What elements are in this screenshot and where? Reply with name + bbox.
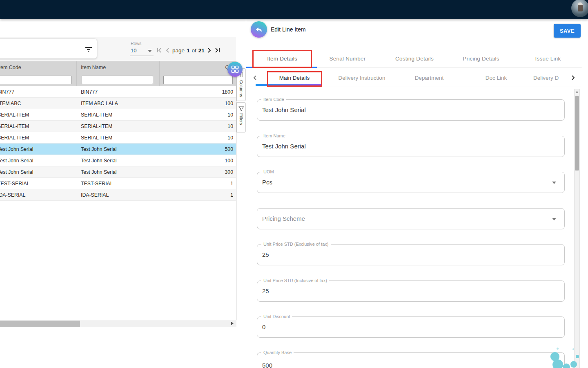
cell-item-code: Test John Serial [0,146,33,152]
table-row[interactable]: SERIAL-ITEM SERIAL-ITEM 10 [0,109,236,121]
field-value: 500 [262,362,272,368]
subtab-department[interactable]: Department [396,68,462,87]
vertical-scrollbar-thumb[interactable] [575,96,579,171]
of-word: of [192,47,196,54]
page-current: 1 [187,47,190,54]
save-button[interactable]: SAVE [554,24,581,38]
active-tab-indicator [246,67,317,68]
subtab-delivery-date[interactable]: Delivery D [533,68,569,87]
field-placeholder: Pricing Scheme [262,215,305,222]
pricing-scheme-select[interactable]: Pricing Scheme [257,208,565,229]
search-input[interactable] [2,40,75,57]
tab-costing-details[interactable]: Costing Details [382,49,447,68]
reply-arrow-icon [255,25,263,34]
scroll-right-arrow-icon[interactable] [231,321,236,326]
tab-pricing-details[interactable]: Pricing Details [448,49,514,68]
top-navigation-bar [0,0,588,19]
cell-qty: 100 [225,101,233,106]
cell-item-name: TEST-SERIAL [81,181,113,186]
scroll-up-arrow-icon[interactable] [575,91,579,93]
table-row[interactable]: IDA-SERIAL IDA-SERIAL 1 [0,189,236,201]
cell-item-code: BIN777 [0,89,14,95]
tab-issue-link[interactable]: Issue Link [515,49,581,68]
column-divider [76,61,77,86]
filter-input-qty[interactable] [163,76,233,84]
prev-page-icon[interactable] [165,47,169,53]
tab-item-details[interactable]: Item Details [249,49,315,68]
cell-qty: 1800 [222,89,233,95]
main-tab-bar: Item Details Serial Number Costing Detai… [246,49,582,68]
column-header-item-code[interactable]: Item Code [0,65,21,70]
unit-price-inclusive-field[interactable]: Unit Price STD (Inclusive of tax) 25 [257,280,565,302]
quantity-base-field[interactable]: Quantity Base 500 [257,352,565,368]
horizontal-scrollbar-thumb[interactable] [0,321,80,327]
cell-item-code: IDA-SERIAL [0,192,25,198]
cell-item-name: SERIAL-ITEM [81,135,112,141]
table-row[interactable]: TEST-SERIAL TEST-SERIAL 1 [0,178,236,189]
column-header-item-name[interactable]: Item Name [81,65,106,70]
table-row[interactable]: SERIAL-ITEM SERIAL-ITEM 10 [0,121,236,132]
cell-item-name: SERIAL-ITEM [81,123,112,129]
rows-per-page-select[interactable]: 10 [130,46,154,56]
field-label: Unit Discount [261,314,292,319]
table-row[interactable]: ITEM ABC ITEM ABC LALA 100 [0,98,236,109]
line-items-table-panel: Rows 10 page 1 of 21 It [0,19,236,368]
subtabs-scroll-right-icon[interactable] [570,74,576,81]
table-search-card [0,39,97,58]
field-label: Item Code [261,97,286,102]
field-label: Item Name [261,133,287,138]
table-row-selected[interactable]: Test John Serial Test John Serial 500 [0,144,236,155]
last-page-icon[interactable] [214,47,220,53]
sidebar-tab-filters[interactable]: Filters [236,102,246,132]
cell-item-name: IDA-SERIAL [81,192,109,198]
subtab-delivery-instruction[interactable]: Delivery Instruction [325,68,399,87]
cell-item-code: SERIAL-ITEM [0,123,29,129]
field-value: 25 [262,251,269,258]
subtabs-scroll-left-icon[interactable] [252,74,258,81]
caret-down-icon [148,50,152,52]
horizontal-scrollbar[interactable] [0,320,236,327]
next-page-icon[interactable] [207,47,212,53]
filters-tab-label: Filters [239,113,244,125]
cell-item-code: SERIAL-ITEM [0,135,29,141]
back-button[interactable] [251,21,267,38]
page-word: page [172,47,185,54]
table-filter-row [0,74,236,86]
item-code-field[interactable]: Item Code Test John Serial [257,99,565,121]
tab-serial-number[interactable]: Serial Number [315,49,380,68]
columns-tab-label: Columns [239,80,244,97]
subtab-doc-link[interactable]: Doc Link [463,68,529,87]
table-right-border [236,61,236,327]
field-value: 25 [262,287,269,294]
table-row[interactable]: SERIAL-ITEM SERIAL-ITEM 10 [0,132,236,144]
field-label: Unit Price STD (Exclusive of tax) [261,242,331,247]
cell-item-name: Test John Serial [81,146,117,152]
cell-item-code: Test John Serial [0,158,33,164]
table-row[interactable]: Test John Serial Test John Serial 100 [0,155,236,166]
filter-input-item-name[interactable] [82,76,153,84]
caret-down-icon [552,218,556,220]
page-total: 21 [198,47,205,54]
uom-select[interactable]: UOM Pcs [257,172,565,193]
vertical-scrollbar[interactable] [574,89,580,368]
cell-qty: 10 [227,135,233,141]
table-row[interactable]: Test John Serial Test John Serial 300 [0,166,236,178]
cell-qty: 300 [225,169,233,175]
field-label: Quantity Base [261,350,294,355]
item-name-field[interactable]: Item Name Test John Serial [257,136,565,157]
first-page-icon[interactable] [156,47,163,53]
page-title: Edit Line Item [271,26,306,33]
unit-price-exclusive-field[interactable]: Unit Price STD (Exclusive of tax) 25 [257,244,565,265]
cell-qty: 10 [227,123,233,129]
column-divider [159,61,160,86]
table-body: BIN777 BIN777 1800 ITEM ABC ITEM ABC LAL… [0,86,236,201]
cell-qty: 1 [230,192,233,198]
user-avatar[interactable] [571,0,588,17]
table-row[interactable]: BIN777 BIN777 1800 [0,86,236,98]
field-value: Pcs [262,179,272,186]
filter-input-item-code[interactable] [0,76,71,84]
filter-list-icon[interactable] [84,44,94,54]
unit-discount-field[interactable]: Unit Discount 0 [257,316,565,338]
apps-grid-button[interactable] [227,62,243,77]
active-subtab-indicator [256,84,321,86]
